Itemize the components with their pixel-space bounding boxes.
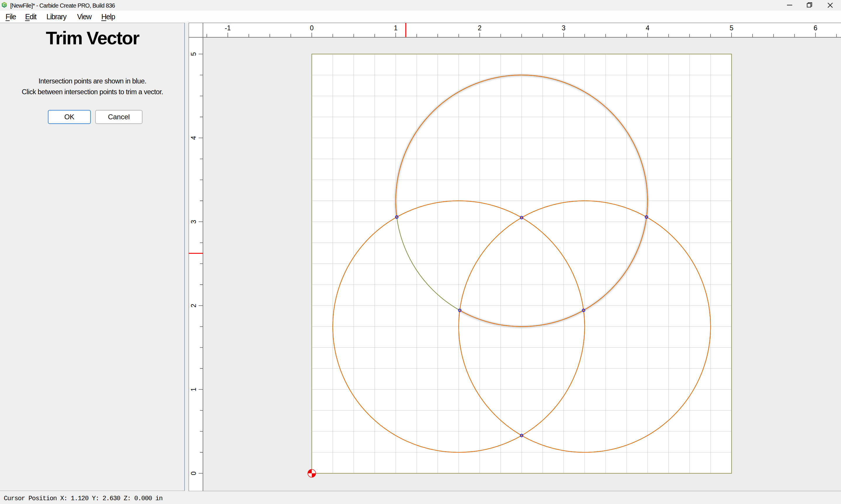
svg-text:5: 5: [190, 52, 198, 56]
svg-text:6: 6: [813, 24, 817, 32]
svg-text:2: 2: [190, 304, 198, 307]
svg-text:2: 2: [478, 24, 482, 32]
svg-text:1: 1: [394, 24, 398, 32]
svg-text:C: C: [3, 3, 6, 7]
svg-text:4: 4: [646, 24, 649, 32]
svg-text:1: 1: [190, 388, 198, 392]
svg-text:0: 0: [310, 24, 314, 32]
svg-text:4: 4: [190, 136, 198, 140]
svg-text:3: 3: [190, 220, 198, 224]
svg-text:0: 0: [190, 471, 198, 475]
svg-text:3: 3: [562, 24, 566, 32]
svg-text:-1: -1: [225, 24, 231, 32]
svg-text:5: 5: [730, 24, 734, 32]
